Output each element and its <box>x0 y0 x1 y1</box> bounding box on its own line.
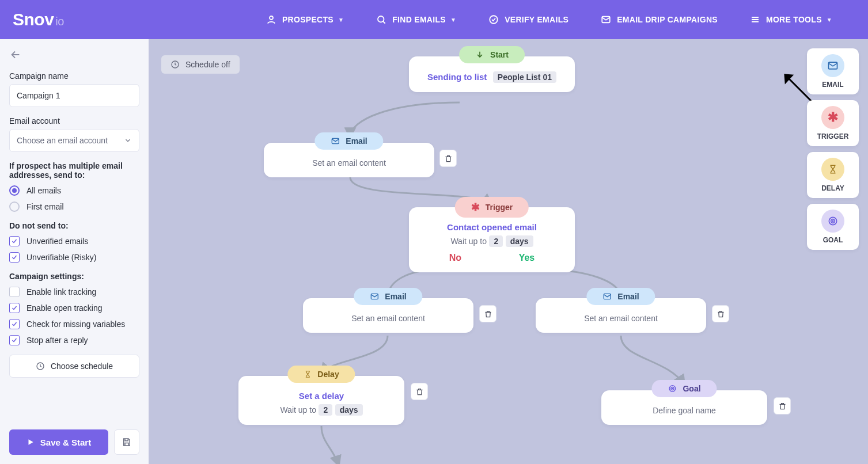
svg-point-0 <box>270 16 273 20</box>
email-icon <box>370 292 379 301</box>
node-trigger-header: ✱ Trigger <box>455 197 529 218</box>
node-trigger[interactable]: ✱ Trigger Contact opened email Wait up t… <box>409 207 575 272</box>
arrow-down-icon <box>475 50 484 59</box>
clock-icon <box>36 362 45 371</box>
checkbox-icon <box>9 236 20 246</box>
search-icon <box>376 14 386 25</box>
delete-node-button[interactable] <box>774 397 791 414</box>
email-account-label: Email account <box>9 116 139 125</box>
email-icon <box>331 136 340 146</box>
campaign-settings-label: Campaign settings: <box>9 272 139 281</box>
play-icon <box>26 438 35 446</box>
email-icon <box>602 292 612 301</box>
delay-value-badge: 2 <box>319 404 332 416</box>
check-circle-icon <box>488 14 499 25</box>
email-icon <box>821 54 844 77</box>
check-unverifiable[interactable]: Unverifiable (Risky) <box>9 252 139 263</box>
node-email-no[interactable]: Email Set an email content <box>303 298 473 333</box>
node-start-header: Start <box>459 46 525 63</box>
flow-canvas[interactable]: Schedule off Start <box>149 39 868 464</box>
svg-point-16 <box>832 220 833 222</box>
trigger-yes-label: Yes <box>519 253 535 263</box>
choose-schedule-button[interactable]: Choose schedule <box>9 355 139 378</box>
email-body-text: Set an email content <box>312 158 386 168</box>
caret-down-icon: ▼ <box>827 17 832 23</box>
nav-verify-emails[interactable]: VERIFY EMAILS <box>488 14 568 25</box>
node-email-header: Email <box>354 288 422 305</box>
person-icon <box>266 14 276 25</box>
check-missing-vars[interactable]: Check for missing variables <box>9 319 139 329</box>
trash-icon <box>484 310 492 318</box>
node-email-header: Email <box>586 288 655 305</box>
sending-to-list-link[interactable]: Sending to list <box>427 72 487 82</box>
node-email-1[interactable]: Email Set an email content <box>264 143 434 177</box>
checkbox-icon <box>9 319 20 329</box>
checkbox-icon <box>9 287 20 297</box>
delay-unit-badge: days <box>335 404 363 416</box>
nav-more-tools[interactable]: MORE TOOLS ▼ <box>750 14 832 25</box>
trigger-no-label: No <box>449 253 461 263</box>
back-arrow-icon[interactable] <box>9 48 22 61</box>
node-email-header: Email <box>314 132 383 150</box>
trash-icon <box>778 402 787 410</box>
campaign-name-label: Campaign name <box>9 71 139 81</box>
do-not-send-label: Do not send to: <box>9 221 139 230</box>
sidebar: Campaign name Email account Choose an em… <box>0 39 149 464</box>
check-stop-reply[interactable]: Stop after a reply <box>9 335 139 345</box>
check-link-tracking[interactable]: Enable link tracking <box>9 287 139 297</box>
email-icon <box>601 14 611 25</box>
asterisk-icon: ✱ <box>821 106 844 129</box>
trigger-condition-link[interactable]: Contact opened email <box>420 222 563 232</box>
menu-icon <box>750 14 760 25</box>
wait-unit-badge: days <box>506 235 533 247</box>
check-unverified[interactable]: Unverified emails <box>9 236 139 246</box>
radio-icon <box>9 201 20 212</box>
check-open-tracking[interactable]: Enable open tracking <box>9 303 139 313</box>
checkbox-icon <box>9 303 20 313</box>
radio-all-emails[interactable]: All emails <box>9 185 139 196</box>
caret-down-icon: ▼ <box>338 17 344 23</box>
checkbox-icon <box>9 252 20 263</box>
radio-first-email[interactable]: First email <box>9 201 139 212</box>
brand-name: Snov <box>13 10 54 29</box>
clock-icon <box>170 60 180 69</box>
wait-value-badge: 2 <box>489 235 503 247</box>
email-body-text: Set an email content <box>584 314 658 323</box>
tool-trigger[interactable]: ✱ TRIGGER <box>807 100 859 146</box>
trash-icon <box>717 310 725 318</box>
brand-logo[interactable]: Snovio <box>13 10 64 29</box>
save-start-button[interactable]: Save & Start <box>9 429 108 455</box>
node-delay-header: Delay <box>287 366 355 383</box>
node-goal[interactable]: Goal Define goal name <box>601 390 767 425</box>
save-draft-button[interactable] <box>114 429 139 455</box>
svg-point-11 <box>672 388 673 389</box>
trash-icon <box>415 387 424 396</box>
list-badge: People List 01 <box>493 71 556 83</box>
delete-node-button[interactable] <box>411 383 428 400</box>
toolbox: EMAIL ✱ TRIGGER DELAY GOAL <box>807 48 859 250</box>
top-nav: Snovio PROSPECTS ▼ FIND EMAILS ▼ VERIFY … <box>0 0 868 39</box>
campaign-name-input[interactable] <box>9 84 139 107</box>
schedule-off-badge[interactable]: Schedule off <box>161 55 240 74</box>
delete-node-button[interactable] <box>439 150 457 167</box>
delete-node-button[interactable] <box>479 305 496 322</box>
set-delay-link[interactable]: Set a delay <box>250 391 393 401</box>
tool-email[interactable]: EMAIL <box>807 48 859 94</box>
nav-find-emails[interactable]: FIND EMAILS ▼ <box>376 14 456 25</box>
nav-drip-campaigns[interactable]: EMAIL DRIP CAMPAIGNS <box>601 14 718 25</box>
brand-suffix: io <box>54 15 64 28</box>
checkbox-icon <box>9 335 20 345</box>
node-start[interactable]: Start Sending to list People List 01 <box>409 56 575 92</box>
tool-goal[interactable]: GOAL <box>807 204 859 250</box>
node-delay[interactable]: Delay Set a delay Wait up to 2 days <box>238 376 404 425</box>
tool-delay[interactable]: DELAY <box>807 152 859 198</box>
node-email-yes[interactable]: Email Set an email content <box>536 298 706 333</box>
hourglass-icon <box>821 158 844 181</box>
chevron-down-icon <box>124 136 132 144</box>
email-account-select[interactable]: Choose an email account <box>9 129 139 152</box>
caret-down-icon: ▼ <box>450 17 456 23</box>
svg-point-1 <box>378 16 384 22</box>
nav-prospects[interactable]: PROSPECTS ▼ <box>266 14 344 25</box>
delete-node-button[interactable] <box>712 305 729 322</box>
radio-icon <box>9 185 20 196</box>
